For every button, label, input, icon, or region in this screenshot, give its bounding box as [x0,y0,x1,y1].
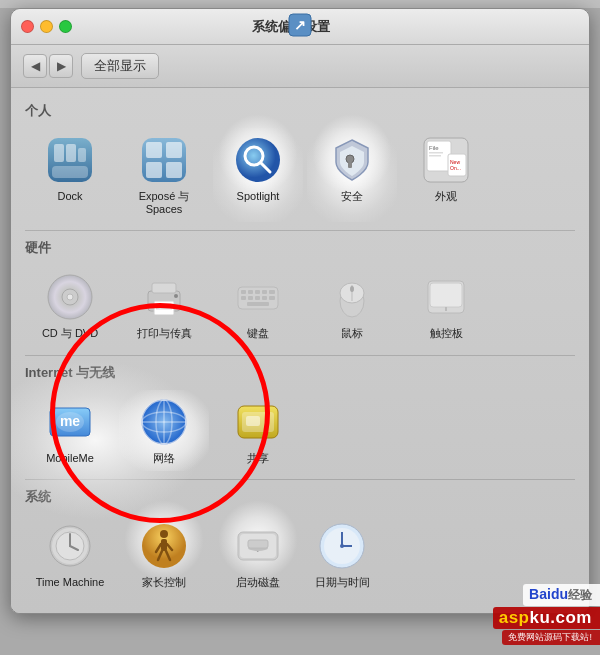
section-title-internet: Internet 与无线 [25,364,575,382]
svg-rect-4 [54,144,64,162]
svg-rect-35 [241,290,246,294]
svg-rect-11 [166,162,182,178]
section-title-system: 系统 [25,488,575,506]
icon-item-network[interactable]: 网络 [119,390,209,471]
startup-icon-img: ? [232,520,284,572]
nav-buttons: ◀ ▶ [23,54,73,78]
cd-icon-img [44,271,96,323]
svg-rect-21 [429,155,441,157]
icon-item-mouse[interactable]: 鼠标 [307,265,397,346]
parental-label: 家长控制 [142,576,186,589]
toolbar: ◀ ▶ 全部显示 [11,45,589,88]
keyboard-icon-img [232,271,284,323]
svg-text:↗: ↗ [294,17,306,33]
back-button[interactable]: ◀ [23,54,47,78]
svg-point-12 [236,138,280,182]
svg-rect-29 [152,283,176,293]
printer-icon-img [138,271,190,323]
icon-item-spotlight[interactable]: Spotlight [213,128,303,222]
sharing-label: 共享 [247,452,269,465]
icon-item-keyboard[interactable]: 键盘 [213,265,303,346]
watermark-baidu: Baidu经验 [523,584,600,606]
show-all-button[interactable]: 全部显示 [81,53,159,79]
svg-rect-32 [156,308,172,310]
svg-rect-36 [248,290,253,294]
expose-icon-img [138,134,190,186]
divider-hardware [25,230,575,231]
network-label: 网络 [153,452,175,465]
icon-item-timemachine[interactable]: Time Machine [25,514,115,595]
svg-rect-42 [255,296,260,300]
icon-item-cd-dvd[interactable]: CD 与 DVD [25,265,115,346]
icon-item-sharing[interactable]: 共享 [213,390,303,471]
svg-rect-72 [161,539,167,551]
svg-rect-9 [166,142,182,158]
svg-rect-45 [247,302,269,306]
watermark-free: 免费网站源码下载站! [502,630,600,645]
icon-item-dock[interactable]: Dock [25,128,115,222]
spotlight-icon-img [232,134,284,186]
appearance-icon: File New On... [422,136,470,184]
mouse-label: 鼠标 [341,327,363,340]
svg-rect-20 [429,152,443,154]
svg-rect-64 [246,416,260,426]
system-icons-grid: Time Machine [25,514,575,595]
security-icon [328,136,376,184]
forward-button[interactable]: ▶ [49,54,73,78]
mobileme-icon-img: me [44,396,96,448]
icon-item-datetime[interactable]: 日期与时间 [307,514,377,595]
network-icon-img [138,396,190,448]
trackpad-icon-img [420,271,472,323]
mouse-icon [328,273,376,321]
network-icon [140,398,188,446]
divider-internet [25,355,575,356]
svg-rect-41 [248,296,253,300]
parental-icon [140,522,188,570]
startup-label: 启动磁盘 [236,576,280,589]
svg-rect-43 [262,296,267,300]
svg-rect-44 [269,296,275,300]
startup-icon: ? [234,522,282,570]
trackpad-icon [422,273,470,321]
svg-rect-81 [248,540,268,548]
svg-rect-3 [52,166,88,178]
cd-dvd-label: CD 与 DVD [42,327,98,340]
svg-rect-10 [146,162,162,178]
svg-rect-31 [156,305,172,307]
svg-text:me: me [60,413,80,429]
icon-item-trackpad[interactable]: 触控板 [401,265,491,346]
internet-icons-grid: me MobileMe [25,390,575,471]
svg-rect-40 [241,296,246,300]
personal-icons-grid: Dock Exposé [25,128,575,222]
dock-icon [46,136,94,184]
cd-dvd-icon [46,273,94,321]
timemachine-icon [46,522,94,570]
icon-item-parental[interactable]: 家长控制 [119,514,209,595]
svg-point-71 [160,530,168,538]
hardware-icons-grid: CD 与 DVD 打印与传真 [25,265,575,346]
icon-item-startup[interactable]: ? 启动磁盘 [213,514,303,595]
svg-rect-16 [348,162,352,168]
svg-rect-39 [269,290,275,294]
svg-rect-38 [262,290,267,294]
icon-item-security[interactable]: 安全 [307,128,397,222]
icon-item-mobileme[interactable]: me MobileMe [25,390,115,471]
security-icon-img [326,134,378,186]
keyboard-icon [234,273,282,321]
datetime-icon [318,522,366,570]
keyboard-label: 键盘 [247,327,269,340]
titlebar: ↗ 系统偏好设置 [11,9,589,45]
icon-item-print-fax[interactable]: 打印与传真 [119,265,209,346]
icon-item-expose[interactable]: Exposé 与 Spaces [119,128,209,222]
svg-rect-5 [66,144,76,162]
spotlight-label: Spotlight [237,190,280,203]
dock-icon-img [44,134,96,186]
print-fax-label: 打印与传真 [137,327,192,340]
svg-point-33 [174,294,178,298]
watermark-aspku: aspku.com [493,607,600,629]
content-area: 个人 Dock [11,88,589,613]
section-title-hardware: 硬件 [25,239,575,257]
icon-item-appearance[interactable]: File New On... 外观 [401,128,491,222]
svg-point-86 [340,544,344,548]
svg-text:On...: On... [450,165,461,171]
